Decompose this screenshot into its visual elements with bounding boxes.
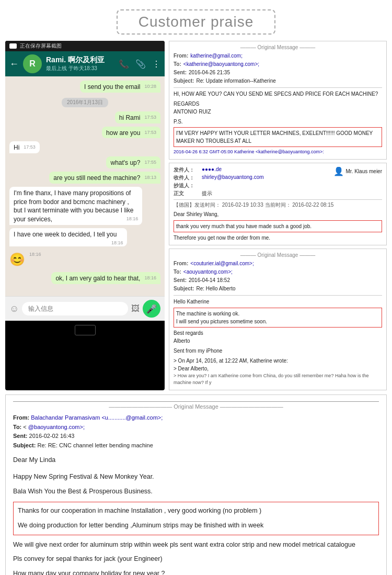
bottom-email-section: ——————————— Original Message ———————————… <box>5 394 387 576</box>
email3-divider: ——— Original Message ——— <box>174 252 382 258</box>
message-3: hi Rami 17:53 <box>115 111 160 123</box>
email1-highlight: I'M VERY HAPPY WITH YOUR LETTER MACHINES… <box>174 127 382 147</box>
wa-nav-bar <box>5 321 165 340</box>
bottom-sent-row: Sent: 2016-02-02 16:43 <box>13 432 379 441</box>
attach-icon[interactable]: 📎 <box>135 59 146 69</box>
chat-area: I send you the email 10:28 2016年1月13日 hi… <box>5 76 165 296</box>
email1-to-row: To: <katherine@baoyuantong.com>; <box>174 60 382 68</box>
message-4: how are you 17:53 <box>102 127 160 139</box>
email-panel-1: ——— Original Message ——— From: katherine… <box>169 41 387 160</box>
bottom-email-divider: ——————————— Original Message ——————————— <box>13 401 379 412</box>
email-panel-3: ——— Original Message ——— From: <couturie… <box>169 249 387 390</box>
top-content: 正在保存屏幕截图 ← R Rami. 啊尔及利亚 最后上线 于昨天18:33 📞… <box>0 41 392 390</box>
person-icon: 👤 <box>333 166 344 176</box>
header-section: Customer praise <box>0 0 392 41</box>
message-7: are you still need the machine? 18:13 <box>49 172 160 184</box>
email3-header: ——— Original Message ——— From: <couturie… <box>174 252 382 296</box>
message-emoji: 😊 18:16 <box>9 250 41 269</box>
email2-header: 发件人： ●●●●.de 收件人： shirley@baoyuantong.co… <box>174 166 382 200</box>
avatar: R <box>23 54 42 73</box>
bottom-from-row: From: Balachandar Paramasivam <u........… <box>13 413 379 422</box>
bottom-to-row: To: < @baoyuantong.com>; <box>13 423 379 432</box>
email-panels: ——— Original Message ——— From: katherine… <box>169 41 387 390</box>
mic-button[interactable]: 🎤 <box>143 300 160 318</box>
email1-subject-row: Subject: Re: Update information--Katheri… <box>174 77 382 85</box>
page-title: Customer praise <box>117 9 275 35</box>
emoji-icon[interactable]: ☺ <box>9 303 19 314</box>
phone-icon[interactable]: 📞 <box>119 59 129 69</box>
camera-icon <box>9 43 17 49</box>
message-6: what's up? 17:55 <box>106 156 160 168</box>
back-button[interactable]: ← <box>9 59 19 70</box>
message-5: Hi 17:53 <box>9 141 40 153</box>
email2-date: 【德国】发送时间： 2016-02-19 10:33 当前时间： 2016-02… <box>174 201 382 209</box>
email1-from-row: From: katherine@gmail.com; <box>174 52 382 60</box>
bottom-email-highlight: Thanks for our cooperation in machine In… <box>13 502 379 535</box>
email1-body: HI, HOW ARE YOU? CAN YOU SEND ME SPECS A… <box>174 90 382 156</box>
contact-info: Rami. 啊尔及利亚 最后上线 于昨天18:33 <box>46 55 114 72</box>
wa-header: ← R Rami. 啊尔及利亚 最后上线 于昨天18:33 📞 📎 ⋮ <box>5 51 165 76</box>
wa-status-bar: 正在保存屏幕截图 <box>5 41 165 51</box>
wa-status-text: 正在保存屏幕截图 <box>20 42 62 50</box>
email1-sent-row: Sent: 2016-04-26 21:35 <box>174 69 382 76</box>
email1-header: ——— Original Message ——— From: katherine… <box>174 44 382 88</box>
wa-action-icons: 📞 📎 ⋮ <box>119 59 160 69</box>
message-last: ok, I am very gald to hear that, 18:16 <box>51 272 160 284</box>
message-8: I'm fine thanx, I have many propositions… <box>9 187 142 225</box>
image-icon[interactable]: 🖼 <box>131 304 140 313</box>
more-icon[interactable]: ⋮ <box>152 59 160 69</box>
message-1: I send you the email 10:28 <box>80 81 160 93</box>
email3-highlight: The machine is working ok. I will send y… <box>174 308 382 328</box>
contact-name: Rami. 啊尔及利亚 <box>46 55 114 65</box>
email2-highlight: thank you very much that you have made s… <box>174 220 382 232</box>
contact-status: 最后上线 于昨天18:33 <box>46 65 114 72</box>
wa-input-bar: ☺ 🖼 🎤 <box>5 296 165 321</box>
email2-body: Dear Shirley Wang, thank you very much t… <box>174 210 382 242</box>
bottom-subject-row: Subject: Re: RE: CNC channel letter bend… <box>13 441 379 450</box>
whatsapp-panel: 正在保存屏幕截图 ← R Rami. 啊尔及利亚 最后上线 于昨天18:33 📞… <box>5 41 165 390</box>
email1-divider: ——— Original Message ——— <box>174 44 382 50</box>
date-divider: 2016年1月13日 <box>62 98 108 107</box>
email-panel-2: 发件人： ●●●●.de 收件人： shirley@baoyuantong.co… <box>169 163 387 245</box>
nav-back-btn[interactable] <box>75 325 96 335</box>
email3-body: Hello Katherine The machine is working o… <box>174 298 382 387</box>
bottom-email-body: Dear My Linda Happy New Spring Festival … <box>13 455 379 575</box>
message-9: I have one week to decided, I tell you 1… <box>9 228 127 246</box>
message-input[interactable] <box>22 302 128 315</box>
